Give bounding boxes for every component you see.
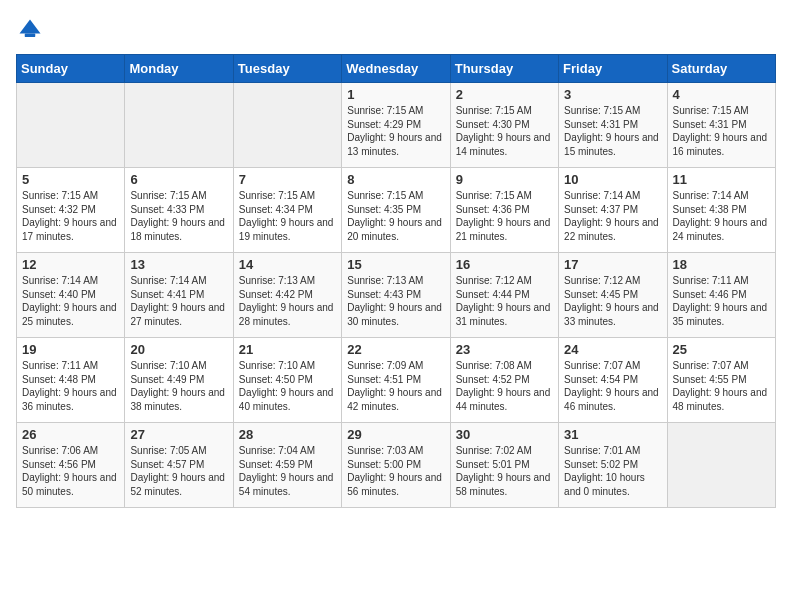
calendar-cell: 12Sunrise: 7:14 AMSunset: 4:40 PMDayligh… — [17, 253, 125, 338]
calendar-cell: 22Sunrise: 7:09 AMSunset: 4:51 PMDayligh… — [342, 338, 450, 423]
calendar-cell: 14Sunrise: 7:13 AMSunset: 4:42 PMDayligh… — [233, 253, 341, 338]
calendar-week-row: 12Sunrise: 7:14 AMSunset: 4:40 PMDayligh… — [17, 253, 776, 338]
day-number: 12 — [22, 257, 119, 272]
day-number: 3 — [564, 87, 661, 102]
calendar-cell: 17Sunrise: 7:12 AMSunset: 4:45 PMDayligh… — [559, 253, 667, 338]
calendar-cell: 4Sunrise: 7:15 AMSunset: 4:31 PMDaylight… — [667, 83, 775, 168]
day-number: 25 — [673, 342, 770, 357]
day-number: 21 — [239, 342, 336, 357]
day-number: 14 — [239, 257, 336, 272]
day-number: 17 — [564, 257, 661, 272]
cell-info: Sunrise: 7:01 AMSunset: 5:02 PMDaylight:… — [564, 444, 661, 498]
svg-marker-0 — [20, 20, 41, 34]
calendar-cell: 29Sunrise: 7:03 AMSunset: 5:00 PMDayligh… — [342, 423, 450, 508]
logo — [16, 16, 48, 44]
calendar-cell: 16Sunrise: 7:12 AMSunset: 4:44 PMDayligh… — [450, 253, 558, 338]
day-number: 4 — [673, 87, 770, 102]
calendar-cell: 7Sunrise: 7:15 AMSunset: 4:34 PMDaylight… — [233, 168, 341, 253]
day-of-week-header: Saturday — [667, 55, 775, 83]
calendar-cell: 6Sunrise: 7:15 AMSunset: 4:33 PMDaylight… — [125, 168, 233, 253]
cell-info: Sunrise: 7:14 AMSunset: 4:40 PMDaylight:… — [22, 274, 119, 328]
day-number: 19 — [22, 342, 119, 357]
calendar-cell — [233, 83, 341, 168]
calendar-cell: 11Sunrise: 7:14 AMSunset: 4:38 PMDayligh… — [667, 168, 775, 253]
day-of-week-header: Monday — [125, 55, 233, 83]
cell-info: Sunrise: 7:15 AMSunset: 4:31 PMDaylight:… — [673, 104, 770, 158]
day-number: 23 — [456, 342, 553, 357]
day-number: 22 — [347, 342, 444, 357]
page-header — [16, 16, 776, 44]
cell-info: Sunrise: 7:03 AMSunset: 5:00 PMDaylight:… — [347, 444, 444, 498]
cell-info: Sunrise: 7:14 AMSunset: 4:37 PMDaylight:… — [564, 189, 661, 243]
calendar-cell: 19Sunrise: 7:11 AMSunset: 4:48 PMDayligh… — [17, 338, 125, 423]
calendar-cell: 10Sunrise: 7:14 AMSunset: 4:37 PMDayligh… — [559, 168, 667, 253]
cell-info: Sunrise: 7:12 AMSunset: 4:45 PMDaylight:… — [564, 274, 661, 328]
day-number: 24 — [564, 342, 661, 357]
cell-info: Sunrise: 7:09 AMSunset: 4:51 PMDaylight:… — [347, 359, 444, 413]
calendar-cell: 8Sunrise: 7:15 AMSunset: 4:35 PMDaylight… — [342, 168, 450, 253]
cell-info: Sunrise: 7:04 AMSunset: 4:59 PMDaylight:… — [239, 444, 336, 498]
day-number: 6 — [130, 172, 227, 187]
calendar-cell: 28Sunrise: 7:04 AMSunset: 4:59 PMDayligh… — [233, 423, 341, 508]
cell-info: Sunrise: 7:14 AMSunset: 4:38 PMDaylight:… — [673, 189, 770, 243]
day-number: 9 — [456, 172, 553, 187]
calendar-cell: 15Sunrise: 7:13 AMSunset: 4:43 PMDayligh… — [342, 253, 450, 338]
day-number: 27 — [130, 427, 227, 442]
calendar-cell — [17, 83, 125, 168]
day-number: 7 — [239, 172, 336, 187]
cell-info: Sunrise: 7:10 AMSunset: 4:49 PMDaylight:… — [130, 359, 227, 413]
cell-info: Sunrise: 7:15 AMSunset: 4:31 PMDaylight:… — [564, 104, 661, 158]
calendar-cell: 5Sunrise: 7:15 AMSunset: 4:32 PMDaylight… — [17, 168, 125, 253]
day-number: 28 — [239, 427, 336, 442]
cell-info: Sunrise: 7:02 AMSunset: 5:01 PMDaylight:… — [456, 444, 553, 498]
day-number: 2 — [456, 87, 553, 102]
cell-info: Sunrise: 7:13 AMSunset: 4:42 PMDaylight:… — [239, 274, 336, 328]
cell-info: Sunrise: 7:11 AMSunset: 4:46 PMDaylight:… — [673, 274, 770, 328]
day-number: 20 — [130, 342, 227, 357]
day-of-week-header: Tuesday — [233, 55, 341, 83]
logo-icon — [16, 16, 44, 44]
cell-info: Sunrise: 7:15 AMSunset: 4:30 PMDaylight:… — [456, 104, 553, 158]
calendar-week-row: 1Sunrise: 7:15 AMSunset: 4:29 PMDaylight… — [17, 83, 776, 168]
calendar-week-row: 5Sunrise: 7:15 AMSunset: 4:32 PMDaylight… — [17, 168, 776, 253]
calendar-cell: 18Sunrise: 7:11 AMSunset: 4:46 PMDayligh… — [667, 253, 775, 338]
calendar-cell — [667, 423, 775, 508]
day-number: 8 — [347, 172, 444, 187]
cell-info: Sunrise: 7:14 AMSunset: 4:41 PMDaylight:… — [130, 274, 227, 328]
day-number: 29 — [347, 427, 444, 442]
day-of-week-header: Sunday — [17, 55, 125, 83]
cell-info: Sunrise: 7:15 AMSunset: 4:34 PMDaylight:… — [239, 189, 336, 243]
calendar-cell: 3Sunrise: 7:15 AMSunset: 4:31 PMDaylight… — [559, 83, 667, 168]
cell-info: Sunrise: 7:05 AMSunset: 4:57 PMDaylight:… — [130, 444, 227, 498]
calendar-cell: 23Sunrise: 7:08 AMSunset: 4:52 PMDayligh… — [450, 338, 558, 423]
calendar-header-row: SundayMondayTuesdayWednesdayThursdayFrid… — [17, 55, 776, 83]
cell-info: Sunrise: 7:15 AMSunset: 4:33 PMDaylight:… — [130, 189, 227, 243]
calendar-week-row: 26Sunrise: 7:06 AMSunset: 4:56 PMDayligh… — [17, 423, 776, 508]
cell-info: Sunrise: 7:15 AMSunset: 4:36 PMDaylight:… — [456, 189, 553, 243]
cell-info: Sunrise: 7:15 AMSunset: 4:32 PMDaylight:… — [22, 189, 119, 243]
calendar-cell: 2Sunrise: 7:15 AMSunset: 4:30 PMDaylight… — [450, 83, 558, 168]
svg-rect-1 — [25, 34, 36, 38]
day-number: 13 — [130, 257, 227, 272]
calendar-cell: 30Sunrise: 7:02 AMSunset: 5:01 PMDayligh… — [450, 423, 558, 508]
day-number: 30 — [456, 427, 553, 442]
cell-info: Sunrise: 7:15 AMSunset: 4:29 PMDaylight:… — [347, 104, 444, 158]
cell-info: Sunrise: 7:07 AMSunset: 4:54 PMDaylight:… — [564, 359, 661, 413]
calendar-cell: 13Sunrise: 7:14 AMSunset: 4:41 PMDayligh… — [125, 253, 233, 338]
calendar-cell: 21Sunrise: 7:10 AMSunset: 4:50 PMDayligh… — [233, 338, 341, 423]
day-number: 1 — [347, 87, 444, 102]
day-of-week-header: Friday — [559, 55, 667, 83]
day-number: 31 — [564, 427, 661, 442]
cell-info: Sunrise: 7:11 AMSunset: 4:48 PMDaylight:… — [22, 359, 119, 413]
day-of-week-header: Wednesday — [342, 55, 450, 83]
day-of-week-header: Thursday — [450, 55, 558, 83]
cell-info: Sunrise: 7:15 AMSunset: 4:35 PMDaylight:… — [347, 189, 444, 243]
day-number: 11 — [673, 172, 770, 187]
day-number: 18 — [673, 257, 770, 272]
day-number: 15 — [347, 257, 444, 272]
cell-info: Sunrise: 7:13 AMSunset: 4:43 PMDaylight:… — [347, 274, 444, 328]
day-number: 16 — [456, 257, 553, 272]
calendar-table: SundayMondayTuesdayWednesdayThursdayFrid… — [16, 54, 776, 508]
cell-info: Sunrise: 7:10 AMSunset: 4:50 PMDaylight:… — [239, 359, 336, 413]
calendar-cell: 1Sunrise: 7:15 AMSunset: 4:29 PMDaylight… — [342, 83, 450, 168]
